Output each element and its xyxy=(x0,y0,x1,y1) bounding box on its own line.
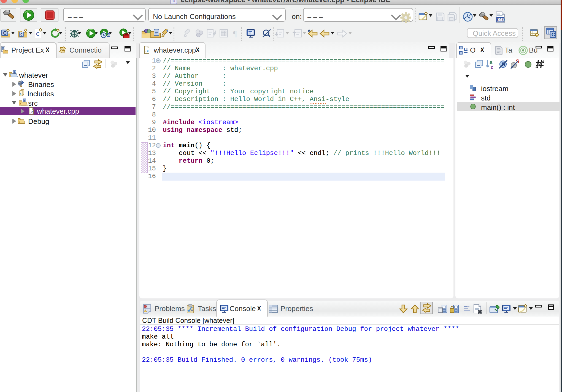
svg-text:¶: ¶ xyxy=(233,29,237,38)
svg-text:.c: .c xyxy=(145,49,148,53)
svg-text:C: C xyxy=(14,70,16,74)
svg-text:01: 01 xyxy=(20,85,22,87)
svg-text:C: C xyxy=(552,32,555,37)
svg-text:c: c xyxy=(20,32,23,36)
svg-text:c: c xyxy=(24,99,25,102)
svg-text:h: h xyxy=(20,92,21,96)
svg-text:10: 10 xyxy=(18,80,20,83)
svg-text:C: C xyxy=(3,30,7,36)
svg-text:z: z xyxy=(491,64,493,69)
svg-text:a: a xyxy=(490,59,493,65)
svg-text:.c: .c xyxy=(30,110,33,115)
svg-text:C: C xyxy=(36,31,40,37)
